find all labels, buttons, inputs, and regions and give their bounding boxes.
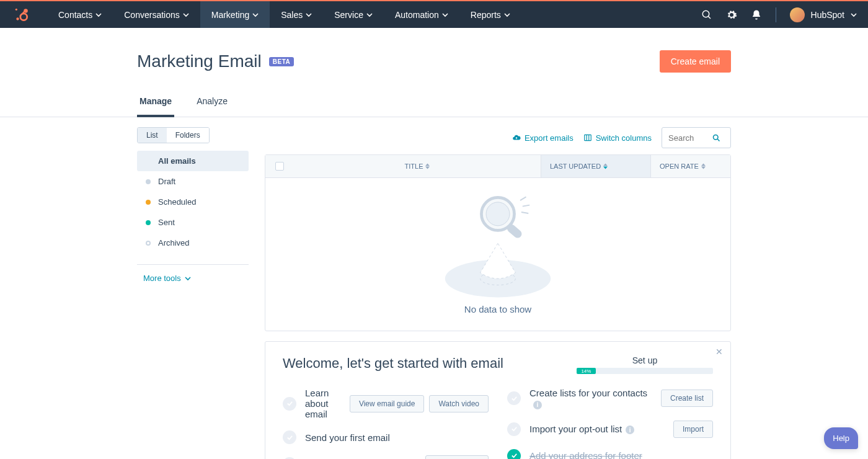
gear-icon[interactable] [726, 9, 737, 20]
svg-point-5 [702, 11, 709, 17]
switch-columns-link[interactable]: Switch columns [583, 133, 652, 143]
empty-illustration-icon [439, 190, 557, 302]
task-check-icon [507, 391, 521, 405]
chevron-down-icon [95, 12, 102, 18]
search-input-wrap[interactable] [662, 127, 731, 148]
view-toggle: List Folders [137, 127, 210, 143]
welcome-card: ✕ Welcome, let's get started with email … [265, 341, 731, 459]
setup-progress: 14% [577, 368, 713, 374]
col-title[interactable]: TITLE [294, 155, 541, 177]
svg-line-25 [521, 212, 528, 213]
task-item: Learn about emailView email guideWatch v… [283, 388, 489, 419]
task-check-icon [283, 430, 296, 444]
search-icon[interactable] [701, 9, 712, 20]
info-icon[interactable]: i [533, 401, 542, 409]
create-email-button[interactable]: Create email [660, 50, 731, 73]
task-action-button[interactable]: View email guide [350, 395, 425, 412]
task-label: Create lists for your contactsi [529, 388, 652, 409]
sort-icon [425, 163, 430, 169]
chevron-down-icon [851, 12, 857, 18]
cloud-upload-icon [512, 133, 521, 142]
svg-marker-13 [425, 166, 430, 169]
search-input[interactable] [668, 133, 712, 143]
nav-item-conversations[interactable]: Conversations [113, 1, 200, 28]
bell-icon[interactable] [751, 9, 762, 20]
task-action-button[interactable]: Watch video [429, 395, 489, 412]
export-emails-link[interactable]: Export emails [512, 133, 574, 143]
sort-icon [603, 163, 608, 169]
info-icon[interactable]: i [626, 426, 634, 434]
col-last-updated[interactable]: LAST UPDATED [541, 155, 651, 177]
chevron-down-icon [185, 275, 191, 282]
svg-point-0 [16, 17, 19, 20]
top-nav: ContactsConversationsMarketingSalesServi… [0, 1, 868, 28]
account-label: HubSpot [811, 10, 844, 20]
sidebar: List Folders All emailsDraftScheduledSen… [137, 127, 249, 459]
nav-item-contacts[interactable]: Contacts [47, 1, 113, 28]
task-action-button[interactable]: Upload file [425, 455, 489, 459]
status-dot [146, 220, 151, 225]
view-toggle-list[interactable]: List [138, 128, 167, 143]
nav-item-sales[interactable]: Sales [270, 1, 323, 28]
task-check-icon [507, 449, 521, 460]
nav-item-marketing[interactable]: Marketing [200, 1, 270, 28]
task-item: Import your contactsUpload file [283, 455, 489, 459]
sidebar-item-sent[interactable]: Sent [137, 212, 249, 233]
select-all-checkbox[interactable] [265, 155, 294, 177]
hubspot-logo-icon[interactable] [14, 7, 30, 23]
task-check-icon [283, 397, 296, 411]
sidebar-item-all-emails[interactable]: All emails [137, 151, 249, 171]
sidebar-item-draft[interactable]: Draft [137, 171, 249, 192]
sort-icon [701, 163, 706, 169]
status-dot [146, 200, 151, 205]
nav-item-service[interactable]: Service [323, 1, 384, 28]
task-label: Add your address for footer [529, 450, 713, 459]
help-button[interactable]: Help [824, 427, 858, 449]
nav-item-automation[interactable]: Automation [384, 1, 459, 28]
svg-marker-14 [603, 163, 608, 166]
sidebar-item-archived[interactable]: Archived [137, 233, 249, 253]
chevron-down-icon [252, 12, 259, 18]
empty-state: No data to show [265, 178, 730, 331]
tabs: Manage Analyze [137, 96, 731, 117]
task-check-icon [507, 422, 521, 436]
tab-manage[interactable]: Manage [137, 96, 174, 117]
svg-point-21 [486, 202, 510, 226]
svg-marker-17 [701, 166, 706, 169]
svg-point-2 [16, 8, 17, 10]
beta-badge: BETA [269, 57, 294, 66]
close-icon[interactable]: ✕ [715, 347, 723, 357]
chevron-down-icon [183, 12, 189, 18]
svg-rect-7 [584, 135, 591, 140]
avatar [790, 7, 805, 22]
account-menu[interactable]: HubSpot [790, 7, 857, 22]
sidebar-item-scheduled[interactable]: Scheduled [137, 192, 249, 212]
task-item: Add your address for footer [507, 449, 713, 460]
svg-line-11 [717, 139, 719, 141]
view-toggle-folders[interactable]: Folders [167, 128, 209, 143]
setup-label: Set up [577, 355, 713, 365]
task-item: Create lists for your contactsiCreate li… [507, 388, 713, 409]
svg-line-24 [523, 205, 529, 207]
nav-item-reports[interactable]: Reports [459, 1, 521, 28]
columns-icon [583, 133, 592, 142]
page-title: Marketing Email BETA [137, 51, 294, 71]
task-label: Learn about email [305, 388, 341, 419]
task-action-button[interactable]: Import [673, 421, 713, 438]
email-table: TITLE LAST UPDATED OPEN RATE [265, 154, 731, 331]
task-item: Import your opt-out listiImport [507, 421, 713, 438]
task-item: Send your first email [283, 430, 489, 444]
task-action-button[interactable]: Create list [661, 390, 713, 407]
nav-divider [776, 7, 776, 22]
svg-marker-16 [701, 163, 706, 166]
svg-marker-15 [603, 166, 608, 169]
progress-fill: 14% [577, 368, 596, 374]
tab-analyze[interactable]: Analyze [194, 96, 230, 117]
status-dot [146, 179, 151, 184]
col-open-rate[interactable]: OPEN RATE [651, 155, 730, 177]
chevron-down-icon [504, 12, 510, 18]
empty-text: No data to show [265, 304, 730, 314]
svg-point-4 [20, 13, 27, 20]
svg-line-23 [520, 197, 526, 200]
more-tools-link[interactable]: More tools [137, 274, 249, 283]
